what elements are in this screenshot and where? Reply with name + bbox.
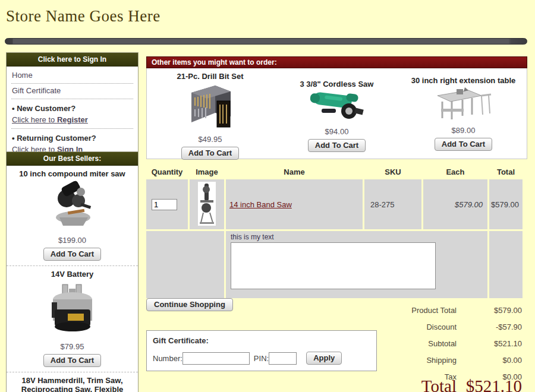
recommendations-panel: 21-Pc. Drill Bit Set bbox=[146, 68, 527, 159]
add-to-cart-button[interactable]: Add To Cart bbox=[181, 147, 239, 160]
sidebar-item-gift-certificate[interactable]: Gift Certificate bbox=[11, 84, 133, 99]
product-price: $49.95 bbox=[199, 135, 222, 144]
total-row-value: -$57.90 bbox=[457, 319, 522, 336]
sidebar-item-home[interactable]: Home bbox=[11, 68, 133, 84]
miter-saw-image[interactable] bbox=[45, 181, 100, 234]
gift-pin-label: PIN: bbox=[254, 354, 269, 363]
quantity-input[interactable] bbox=[152, 199, 177, 210]
column-header-total: Total bbox=[489, 167, 523, 178]
recommendations-header: Other items you might want to order: bbox=[146, 56, 527, 68]
gift-pin-input[interactable] bbox=[269, 352, 297, 365]
returning-customer-label: • Returning Customer? bbox=[11, 129, 133, 144]
column-header-name: Name bbox=[226, 167, 363, 178]
signin-panel-header[interactable]: Click here to Sign In bbox=[7, 53, 138, 67]
best-seller-item: 10 inch compound miter saw $199.00 Add T… bbox=[7, 166, 138, 261]
product-title: 21-Pc. Drill Bit Set bbox=[177, 72, 244, 81]
recommended-item: 30 inch right extension table $89.00 Add… bbox=[400, 68, 527, 159]
grand-total-label: Total bbox=[367, 377, 457, 392]
column-header-quantity: Quantity bbox=[146, 167, 188, 178]
product-price: $199.00 bbox=[7, 236, 138, 245]
gift-number-label: Number: bbox=[153, 354, 182, 363]
product-title: 30 inch right extension table bbox=[411, 76, 516, 85]
total-row: Product Total $579.00 bbox=[367, 302, 522, 319]
total-row-value: $521.10 bbox=[457, 336, 522, 352]
product-price: $79.95 bbox=[7, 342, 138, 351]
total-row: Subtotal $521.10 bbox=[367, 336, 522, 352]
cart-item-total: $579.00 bbox=[489, 179, 523, 229]
total-row-label: Subtotal bbox=[367, 336, 457, 352]
add-to-cart-button[interactable]: Add To Cart bbox=[435, 138, 492, 151]
product-title: 18V Hammerdrill, Trim Saw, Reciprocating… bbox=[7, 375, 138, 392]
continue-shopping-button[interactable]: Continue Shopping bbox=[146, 298, 233, 311]
apply-button[interactable]: Apply bbox=[306, 352, 342, 365]
note-label: this is my text bbox=[231, 233, 483, 241]
total-row-value: $579.00 bbox=[457, 302, 522, 319]
horizontal-scrollbar[interactable] bbox=[5, 38, 527, 45]
cart-item-link[interactable]: 14 inch Band Saw bbox=[229, 200, 292, 209]
signin-panel: Click here to Sign In Home Gift Certific… bbox=[6, 52, 139, 162]
grand-total-row: Total $521.10 bbox=[367, 377, 522, 392]
cart-header-row: Quantity Image Name SKU Each Total bbox=[146, 167, 523, 178]
register-link[interactable]: Click here to Register bbox=[11, 115, 133, 129]
battery-image[interactable] bbox=[43, 281, 102, 340]
column-header-sku: SKU bbox=[364, 167, 421, 178]
band-saw-image[interactable] bbox=[198, 219, 216, 227]
extension-table-image[interactable] bbox=[434, 85, 493, 124]
total-row: Discount -$57.90 bbox=[367, 319, 522, 336]
product-title: 3 3/8" Cordless Saw bbox=[300, 80, 374, 88]
recommended-item: 3 3/8" Cordless Saw $94.00 Add To Cart bbox=[273, 68, 400, 159]
drill-bit-set-image[interactable] bbox=[181, 81, 240, 133]
cart-item-sku: 28-275 bbox=[364, 179, 421, 229]
cart-item-row: 14 inch Band Saw 28-275 $579.00 $579.00 bbox=[146, 179, 523, 229]
total-row-label: Product Total bbox=[367, 302, 457, 319]
gift-certificate-title: Gift Certificate: bbox=[153, 336, 370, 345]
gift-certificate-panel: Gift Certificate: Number: PIN: Apply bbox=[146, 330, 377, 371]
add-to-cart-button[interactable]: Add To Cart bbox=[43, 354, 101, 367]
column-header-image: Image bbox=[190, 167, 224, 178]
order-totals: Product Total $579.00 Discount -$57.90 S… bbox=[367, 302, 522, 385]
total-row: Shipping $0.00 bbox=[367, 352, 522, 369]
cart-item-each: $579.00 bbox=[423, 179, 487, 229]
gift-number-input[interactable] bbox=[182, 352, 250, 365]
product-title: 10 inch compound miter saw bbox=[7, 168, 138, 179]
cordless-saw-image[interactable] bbox=[306, 88, 368, 125]
page-title: Store Name Goes Here bbox=[6, 7, 160, 26]
best-sellers-header: Our Best Sellers: bbox=[7, 152, 138, 166]
register-link-prefix: Click here to bbox=[12, 115, 57, 124]
total-row-label: Discount bbox=[367, 319, 457, 336]
total-row-value: $0.00 bbox=[457, 352, 522, 369]
cart-note-row: this is my text bbox=[146, 231, 523, 298]
total-row-label: Shipping bbox=[367, 352, 457, 369]
product-title: 14V Battery bbox=[7, 268, 138, 280]
product-price: $89.00 bbox=[452, 126, 476, 135]
cart-table: Quantity Image Name SKU Each Total 14 in… bbox=[144, 165, 524, 300]
column-header-each: Each bbox=[423, 167, 487, 178]
best-sellers-panel: Our Best Sellers: 10 inch compound miter… bbox=[6, 151, 139, 392]
note-textarea[interactable] bbox=[231, 242, 436, 289]
add-to-cart-button[interactable]: Add To Cart bbox=[308, 139, 366, 152]
best-seller-item: 18V Hammerdrill, Trim Saw, Reciprocating… bbox=[7, 372, 138, 392]
add-to-cart-button[interactable]: Add To Cart bbox=[43, 248, 101, 261]
recommended-item: 21-Pc. Drill Bit Set bbox=[147, 68, 273, 159]
register-link-strong: Register bbox=[57, 115, 88, 124]
new-customer-label: • New Customer? bbox=[11, 99, 133, 115]
grand-total-value: $521.10 bbox=[457, 377, 522, 392]
product-price: $94.00 bbox=[325, 127, 349, 136]
best-seller-item: 14V Battery $79.95 Add To Cart bbox=[7, 266, 138, 367]
